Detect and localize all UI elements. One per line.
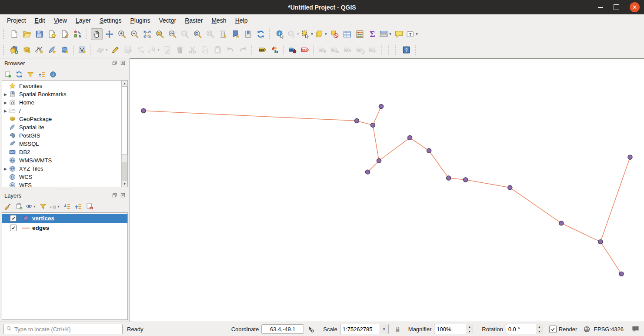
dropdown-arrow-icon[interactable]: ▼ (324, 32, 328, 36)
layer-diagram-options-button[interactable] (269, 44, 281, 56)
zoom-in-button[interactable] (116, 28, 128, 40)
menu-project[interactable]: Project (3, 16, 30, 25)
field-calculator-button[interactable] (354, 28, 366, 40)
map-tips-button[interactable] (393, 28, 405, 40)
scroll-down-icon[interactable]: ▼ (122, 181, 127, 187)
measure-button[interactable]: ▼ (379, 28, 392, 40)
refresh-browser-button[interactable] (14, 69, 24, 79)
zoom-out-button[interactable] (129, 28, 140, 40)
browser-item-geopackage[interactable]: GeoPackage (2, 115, 122, 123)
render-checkbox[interactable] (549, 326, 557, 333)
expander-icon[interactable]: ▶ (2, 92, 9, 97)
menu-vector[interactable]: Vector (154, 16, 180, 25)
zoom-full-button[interactable] (141, 28, 153, 40)
expand-all-button[interactable] (62, 202, 72, 212)
new-geopackage-layer-button[interactable] (21, 44, 33, 56)
remove-layer-button[interactable] (84, 202, 94, 212)
menu-help[interactable]: Help (231, 16, 252, 25)
show-layout-manager-button[interactable] (59, 28, 70, 40)
magnifier-input[interactable] (434, 324, 466, 334)
crs-status[interactable]: EPSG:4326 (594, 326, 624, 333)
browser-item-db2[interactable]: DB2DB2 (2, 148, 122, 156)
browser-item-wfs[interactable]: VWFS (2, 181, 122, 187)
browser-item-[interactable]: ▶/ (2, 107, 122, 115)
browser-item-spatialite[interactable]: SpatiaLite (2, 123, 122, 131)
new-shapefile-layer-button[interactable] (33, 44, 45, 56)
zoom-last-button[interactable] (192, 28, 204, 40)
scale-dropdown-button[interactable]: ▼ (380, 324, 388, 334)
new-project-button[interactable] (8, 28, 20, 40)
menu-plugins[interactable]: Plugins (126, 16, 154, 25)
browser-scrollbar[interactable]: ▲ ▼ (121, 81, 127, 187)
browser-item-home[interactable]: ▶Home (2, 98, 122, 107)
new-spatial-bookmark-button[interactable] (230, 28, 241, 40)
new-virtual-layer-button[interactable] (76, 44, 88, 56)
layer-visibility-checkbox[interactable] (10, 225, 17, 231)
properties-widget-button[interactable]: i (48, 69, 58, 79)
browser-item-favorites[interactable]: Favorites (2, 82, 122, 90)
layers-float-button[interactable] (112, 192, 118, 199)
browser-item-wms-wmts[interactable]: WMS/WMTS (2, 156, 122, 165)
pin-labels-button[interactable]: ab (287, 44, 298, 56)
data-source-manager-button[interactable] (8, 44, 20, 56)
layers-close-button[interactable] (120, 192, 127, 199)
refresh-button[interactable] (255, 28, 267, 40)
panel-splitter[interactable]: ······ (0, 187, 130, 191)
menu-raster[interactable]: Raster (180, 16, 207, 25)
coordinate-input[interactable] (261, 324, 304, 334)
new-print-layout-button[interactable] (46, 28, 58, 40)
pan-map-button[interactable] (91, 28, 103, 40)
rotation-up-icon[interactable]: ▲ (536, 324, 543, 329)
pan-to-selection-button[interactable] (103, 28, 115, 40)
collapse-all-button[interactable] (37, 69, 47, 79)
open-project-button[interactable] (21, 28, 33, 40)
help-button[interactable]: ? (400, 44, 412, 56)
browser-item-spatial-bookmarks[interactable]: ▶Spatial Bookmarks (2, 90, 122, 98)
close-button[interactable] (630, 2, 640, 12)
open-layer-styling-button[interactable] (3, 202, 13, 212)
show-spatial-bookmarks-button[interactable] (242, 28, 254, 40)
scale-input[interactable] (340, 324, 380, 334)
select-by-value-button[interactable]: ▼ (315, 28, 328, 40)
filter-browser-button[interactable] (25, 69, 35, 79)
browser-item-xyz-tiles[interactable]: ▶XYZ Tiles (2, 165, 122, 173)
new-temporary-scratch-layer-button[interactable] (59, 44, 70, 56)
filter-legend-button[interactable] (38, 202, 48, 212)
identify-features-button[interactable]: i (274, 28, 286, 40)
expander-icon[interactable]: ▶ (2, 109, 9, 113)
layer-labeling-options-button[interactable]: abc (257, 44, 268, 56)
select-features-button[interactable]: ▼ (301, 28, 314, 40)
add-selected-layers-button[interactable] (3, 69, 13, 79)
magnifier-down-icon[interactable]: ▼ (466, 329, 473, 334)
zoom-to-selection-button[interactable] (154, 28, 166, 40)
highlight-pinned-labels-button[interactable]: abc (299, 44, 311, 56)
map-canvas[interactable] (130, 58, 644, 322)
zoom-to-layer-button[interactable] (167, 28, 178, 40)
rotation-input[interactable] (506, 324, 536, 334)
coordinate-extents-toggle-icon[interactable] (307, 326, 314, 333)
browser-close-button[interactable] (120, 60, 127, 67)
dropdown-arrow-icon[interactable]: ▼ (310, 32, 314, 36)
text-annotation-button[interactable]: T▼ (406, 28, 419, 40)
dropdown-arrow-icon[interactable]: ▼ (415, 32, 419, 36)
expander-icon[interactable]: ▶ (2, 101, 9, 105)
new-map-view-button[interactable] (217, 28, 229, 40)
deselect-all-button[interactable] (329, 28, 340, 40)
toggle-editing-button[interactable] (110, 44, 121, 56)
magnifier-spinbox[interactable]: ▲▼ (434, 324, 473, 334)
manage-map-themes-button[interactable]: ▼ (25, 202, 37, 212)
maximize-button[interactable] (614, 4, 619, 10)
dropdown-arrow-icon[interactable]: ▼ (33, 205, 37, 208)
scrollbar-thumb[interactable] (122, 86, 127, 155)
minimize-button[interactable] (598, 7, 603, 8)
scroll-up-icon[interactable]: ▲ (122, 81, 127, 86)
magnifier-up-icon[interactable]: ▲ (466, 324, 473, 329)
dropdown-arrow-icon[interactable]: ▼ (388, 32, 392, 36)
open-attribute-table-button[interactable] (341, 28, 353, 40)
locate-input[interactable] (3, 324, 123, 334)
new-spatialite-layer-button[interactable] (46, 44, 58, 56)
messages-button[interactable] (631, 325, 640, 333)
add-group-button[interactable] (14, 202, 24, 212)
scale-combobox[interactable]: ▼ (340, 324, 389, 334)
collapse-all-layers-button[interactable] (73, 202, 83, 212)
